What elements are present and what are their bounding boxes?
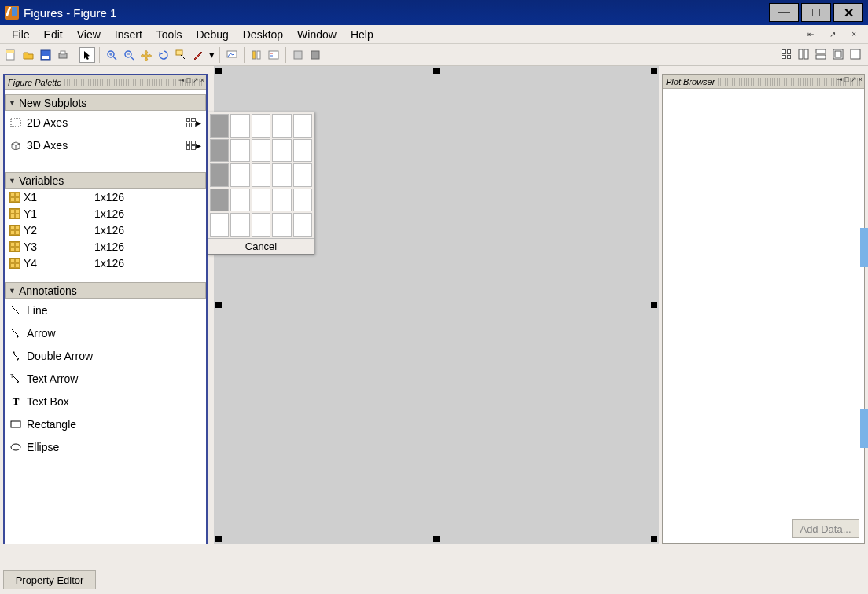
- grid-cell[interactable]: [293, 213, 312, 236]
- browser-undock-icon[interactable]: ↗: [851, 75, 857, 83]
- menu-file[interactable]: File: [5, 27, 37, 42]
- add-data-button[interactable]: Add Data...: [792, 519, 859, 538]
- layout-grid4-icon[interactable]: [778, 46, 794, 62]
- annotation-text-box[interactable]: TText Box: [5, 390, 206, 412]
- annotation-line[interactable]: Line: [5, 299, 206, 321]
- subplot-3d-axes[interactable]: 3D Axes ▸: [5, 134, 206, 156]
- variable-row[interactable]: X11x126: [5, 189, 206, 205]
- grid-cell[interactable]: [252, 189, 270, 212]
- grid-cell[interactable]: [293, 163, 312, 187]
- palette-close-icon[interactable]: ×: [200, 76, 204, 84]
- brush-icon[interactable]: [190, 47, 206, 63]
- grid-cell[interactable]: [252, 114, 270, 138]
- palette-max-icon[interactable]: □: [186, 76, 190, 84]
- annotation-text-arrow[interactable]: TText Arrow: [5, 367, 206, 390]
- menu-tools[interactable]: Tools: [149, 27, 189, 42]
- doc-pin-icon[interactable]: ⇤: [800, 28, 821, 40]
- grid-cell[interactable]: [230, 163, 249, 187]
- browser-close-icon[interactable]: ×: [859, 75, 862, 83]
- pan-icon[interactable]: [138, 47, 154, 63]
- grid-cell[interactable]: [210, 189, 229, 212]
- resize-handle[interactable]: [651, 68, 657, 74]
- maximize-button[interactable]: □: [801, 3, 831, 22]
- minimize-button[interactable]: —: [769, 3, 799, 22]
- resize-handle[interactable]: [651, 302, 657, 308]
- subplot-cancel-button[interactable]: Cancel: [208, 238, 314, 254]
- close-button[interactable]: ✕: [833, 3, 863, 22]
- grid-cell[interactable]: [272, 189, 291, 212]
- grid-cell[interactable]: [293, 139, 312, 163]
- print-icon[interactable]: [55, 47, 71, 63]
- insert-legend-icon[interactable]: [266, 47, 281, 63]
- menu-desktop[interactable]: Desktop: [236, 27, 290, 42]
- figure-palette-header[interactable]: Figure Palette ⇥ □ ↗ ×: [5, 75, 206, 90]
- grid-cell[interactable]: [230, 114, 249, 138]
- grid-cell[interactable]: [293, 189, 312, 212]
- resize-handle[interactable]: [215, 536, 222, 542]
- zoom-out-icon[interactable]: [121, 47, 137, 63]
- layout-splith-icon[interactable]: [813, 46, 829, 62]
- resize-handle[interactable]: [215, 68, 222, 74]
- doc-close-icon[interactable]: ×: [844, 28, 863, 40]
- resize-handle[interactable]: [433, 536, 440, 542]
- annotations-section[interactable]: Annotations: [5, 282, 206, 299]
- insert-colorbar-icon[interactable]: [248, 47, 264, 63]
- zoom-in-icon[interactable]: [104, 47, 120, 63]
- subplot-2d-axes[interactable]: 2D Axes ▸: [5, 111, 206, 134]
- grid-cell[interactable]: [230, 189, 249, 212]
- new-subplots-section[interactable]: New Subplots: [5, 94, 206, 111]
- variables-section[interactable]: Variables: [5, 172, 206, 189]
- grid-cell[interactable]: [210, 139, 229, 163]
- subplot-3d-grid-button[interactable]: ▸: [186, 140, 201, 151]
- grid-cell[interactable]: [272, 139, 291, 163]
- property-editor-tab[interactable]: Property Editor: [3, 570, 96, 589]
- grid-cell[interactable]: [252, 139, 270, 163]
- hide-tools-icon[interactable]: [290, 47, 306, 63]
- annotation-double-arrow[interactable]: Double Arrow: [5, 344, 206, 367]
- layout-splitv-icon[interactable]: [796, 46, 811, 62]
- grid-cell[interactable]: [210, 163, 229, 187]
- link-icon[interactable]: [224, 47, 240, 63]
- subplot-2d-grid-button[interactable]: ▸: [186, 117, 201, 128]
- layout-single-icon[interactable]: [848, 46, 863, 62]
- datacursor-icon[interactable]: [173, 47, 189, 63]
- grid-cell[interactable]: [252, 213, 270, 236]
- annotation-arrow[interactable]: Arrow: [5, 321, 206, 344]
- plot-browser-header[interactable]: Plot Browser ⇥ □ ↗ ×: [663, 75, 864, 89]
- palette-undock-icon[interactable]: ↗: [193, 76, 199, 84]
- menu-insert[interactable]: Insert: [108, 27, 149, 42]
- grid-cell[interactable]: [272, 163, 291, 187]
- annotation-rectangle[interactable]: Rectangle: [5, 412, 206, 435]
- menu-view[interactable]: View: [70, 27, 108, 42]
- palette-pin-icon[interactable]: ⇥: [178, 76, 185, 84]
- save-icon[interactable]: [38, 47, 53, 63]
- resize-handle[interactable]: [215, 302, 222, 308]
- resize-handle[interactable]: [651, 536, 657, 542]
- new-figure-icon[interactable]: [3, 47, 19, 63]
- rotate-icon[interactable]: [156, 47, 171, 63]
- grid-cell[interactable]: [252, 163, 270, 187]
- menu-window[interactable]: Window: [290, 27, 344, 42]
- menu-help[interactable]: Help: [344, 27, 381, 42]
- layout-tile-icon[interactable]: [830, 46, 846, 62]
- grid-cell[interactable]: [230, 139, 249, 163]
- pointer-icon[interactable]: [79, 47, 95, 63]
- variable-row[interactable]: Y21x126: [5, 222, 206, 238]
- grid-cell[interactable]: [210, 114, 229, 138]
- show-tools-icon[interactable]: [307, 47, 323, 63]
- grid-cell[interactable]: [210, 213, 229, 236]
- browser-pin-icon[interactable]: ⇥: [837, 75, 843, 83]
- grid-cell[interactable]: [230, 213, 249, 236]
- menu-debug[interactable]: Debug: [189, 27, 235, 42]
- menu-edit[interactable]: Edit: [37, 27, 70, 42]
- doc-undock-icon[interactable]: ↗: [822, 28, 843, 40]
- resize-handle[interactable]: [433, 68, 440, 74]
- grid-cell[interactable]: [293, 114, 312, 138]
- grid-cell[interactable]: [272, 213, 291, 236]
- grid-cell[interactable]: [272, 114, 291, 138]
- brush-dropdown-icon[interactable]: ▾: [208, 47, 215, 63]
- subplot-grid[interactable]: [208, 112, 314, 238]
- browser-max-icon[interactable]: □: [844, 75, 848, 83]
- variable-row[interactable]: Y11x126: [5, 205, 206, 222]
- variable-row[interactable]: Y41x126: [5, 255, 206, 271]
